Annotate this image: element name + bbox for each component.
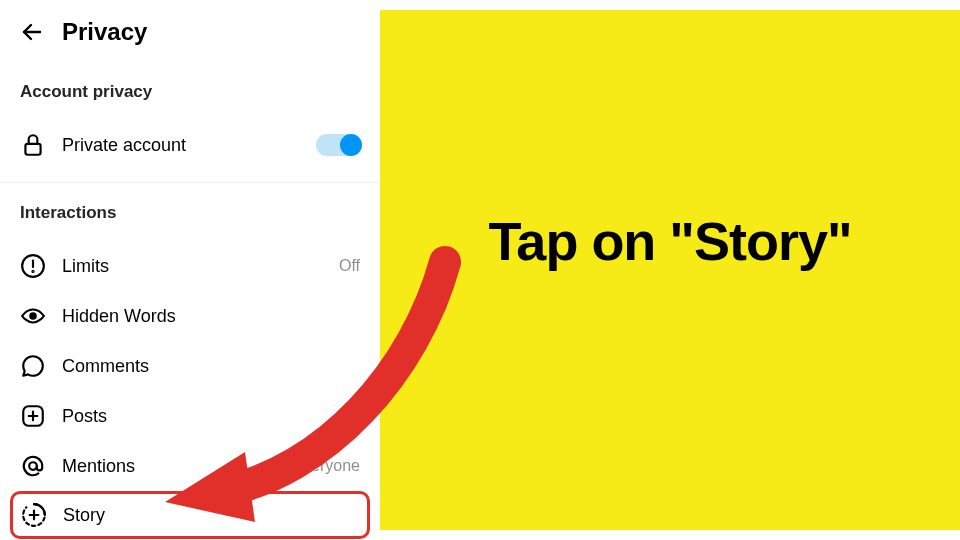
back-arrow-icon[interactable]	[20, 20, 44, 44]
row-hidden-words[interactable]: Hidden Words	[20, 291, 360, 341]
story-label: Story	[63, 505, 359, 526]
row-mentions[interactable]: Mentions Everyone	[20, 441, 360, 491]
header: Privacy	[20, 10, 360, 74]
private-account-label: Private account	[62, 135, 300, 156]
section-account-privacy: Account privacy	[20, 74, 360, 120]
limits-icon	[20, 253, 46, 279]
comments-icon	[20, 353, 46, 379]
privacy-settings-panel: Privacy Account privacy Private account …	[0, 0, 380, 540]
svg-point-10	[29, 462, 37, 470]
comments-label: Comments	[62, 356, 360, 377]
divider	[0, 182, 380, 183]
limits-label: Limits	[62, 256, 323, 277]
hidden-words-label: Hidden Words	[62, 306, 360, 327]
instruction-text: Tap on "Story"	[488, 210, 851, 272]
instruction-panel: Tap on "Story"	[380, 10, 960, 530]
svg-point-4	[32, 271, 33, 272]
posts-icon	[20, 403, 46, 429]
mentions-value: Everyone	[292, 457, 360, 475]
mentions-icon	[20, 453, 46, 479]
row-posts[interactable]: Posts	[20, 391, 360, 441]
row-story[interactable]: Story	[10, 491, 370, 539]
limits-value: Off	[339, 257, 360, 275]
row-comments[interactable]: Comments	[20, 341, 360, 391]
posts-label: Posts	[62, 406, 360, 427]
lock-icon	[20, 132, 46, 158]
page-title: Privacy	[62, 18, 147, 46]
svg-rect-1	[25, 144, 40, 155]
row-limits[interactable]: Limits Off	[20, 241, 360, 291]
row-private-account[interactable]: Private account	[20, 120, 360, 170]
section-interactions: Interactions	[20, 195, 360, 241]
story-icon	[21, 502, 47, 528]
mentions-label: Mentions	[62, 456, 276, 477]
private-account-toggle[interactable]	[316, 134, 360, 156]
hidden-words-icon	[20, 303, 46, 329]
